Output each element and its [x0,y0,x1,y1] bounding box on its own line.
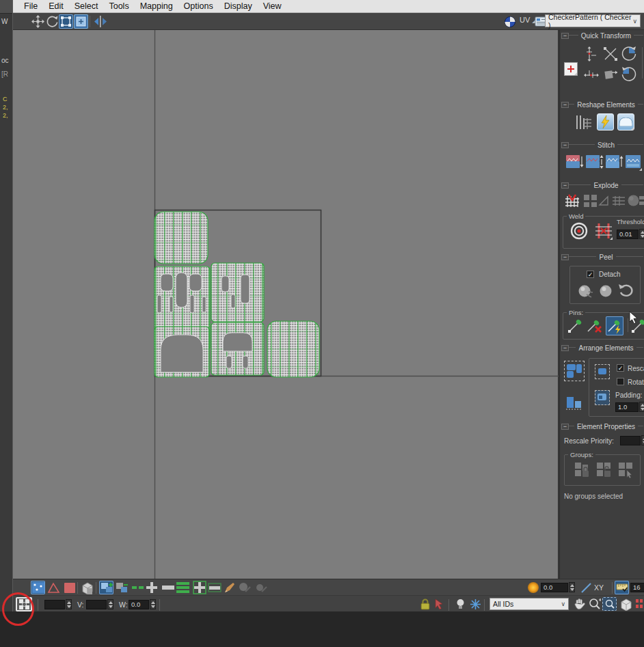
weld-threshold-field[interactable]: 0.01 [617,230,639,239]
group-select-icon[interactable] [618,462,634,478]
zoom-icon[interactable] [587,597,602,611]
explode-flyout-icon[interactable] [639,195,644,205]
snap-toggle-icon[interactable] [615,581,629,594]
select-edge-dashes-icon[interactable] [131,581,145,594]
target-weld-icon[interactable] [570,222,588,240]
lock-selection-icon[interactable] [418,597,432,611]
menu-select[interactable]: Select [69,1,104,11]
stitch-custom-icon[interactable] [625,154,642,171]
collapse-icon[interactable]: − [561,182,569,189]
align-to-edge-icon[interactable] [602,66,619,83]
texture-list-dropdown[interactable]: CheckerPattern ( Checker )∨ [545,14,641,27]
falloff-spinner[interactable] [569,582,575,592]
rollout-header[interactable]: − Arrange Elements [561,343,643,353]
explode-faces-icon[interactable] [583,193,598,208]
menu-options[interactable]: Options [178,1,219,11]
peel-mode-icon[interactable] [577,283,593,299]
break-icon[interactable] [564,193,580,208]
menu-tools[interactable]: Tools [103,1,134,11]
uv-island[interactable] [267,321,319,377]
paint-deselect-options-icon[interactable] [254,581,268,594]
rotate-ccw-icon[interactable] [620,65,638,83]
shrink-selection-icon[interactable] [114,581,129,594]
collapse-icon[interactable]: − [561,142,569,148]
highlight-bulb-icon[interactable] [453,597,468,611]
pan-hand-icon[interactable] [572,597,587,611]
rollout-header[interactable]: − Quick Transform [561,31,643,40]
align-horizontal-icon[interactable] [583,66,600,83]
pack-together-icon[interactable] [595,364,610,379]
group-ungroup-icon[interactable] [596,462,613,478]
zoom-region-icon[interactable] [602,597,617,611]
menu-display[interactable]: Display [219,1,258,11]
absolute-offset-toggle-icon[interactable] [16,597,32,611]
mirror-icon[interactable] [92,14,109,29]
collapse-icon[interactable]: − [561,345,569,351]
rotate-cw-icon[interactable] [620,44,638,62]
rollout-header[interactable]: − Stitch [561,140,643,150]
reset-peel-icon[interactable] [618,283,634,298]
distribute-elements-icon[interactable] [564,392,585,411]
padding-spinner[interactable] [639,402,644,412]
freeze-snowflake-icon[interactable] [468,597,483,611]
soft-selection-falloff-icon[interactable] [526,581,540,594]
quick-peel-icon[interactable] [598,283,614,299]
uv-island[interactable] [211,263,264,322]
vertex-mode-icon[interactable] [31,581,45,594]
collapse-icon[interactable]: − [561,102,569,108]
uv-island[interactable] [155,327,209,377]
uv-island[interactable] [211,322,264,375]
select-cursor-icon[interactable] [433,597,447,611]
stitch-target-icon[interactable] [605,154,623,171]
explode-grid-icon[interactable] [612,195,626,206]
weld-threshold-spinner[interactable] [639,229,644,239]
detach-checkbox[interactable]: ✓ [587,271,594,278]
group-create-icon[interactable] [574,462,591,478]
v-spinner[interactable] [107,599,113,609]
stitch-average-icon[interactable] [585,154,604,171]
rollout-header[interactable]: − Explode [561,180,643,190]
pack-normalize-icon[interactable] [564,361,585,381]
clear-pins-icon[interactable] [587,318,603,333]
menu-edit[interactable]: Edit [43,1,69,11]
pin-icon[interactable] [567,318,582,333]
u-coordinate-field[interactable] [44,600,65,609]
move-tool-icon[interactable] [31,14,45,29]
menu-view[interactable]: View [258,1,287,11]
menu-mapping[interactable]: Mapping [135,1,178,11]
grid-size-field[interactable]: 16 [630,583,644,592]
rollout-header[interactable]: − Element Properties [561,422,643,431]
zoom-extents-icon[interactable] [619,597,633,611]
show-map-icon[interactable] [502,14,517,29]
edge-loop-icon[interactable] [176,581,190,594]
w-coordinate-field[interactable]: 0.0 [129,600,149,609]
relax-until-flat-icon[interactable] [597,113,614,130]
rescale-priority-field[interactable] [620,436,641,445]
rotate-tool-icon[interactable] [45,14,59,29]
rollout-header[interactable]: − Peel [561,252,643,262]
align-vertical-icon[interactable] [583,46,600,62]
uv-island[interactable] [155,212,208,264]
falloff-space-dropdown[interactable]: XY [594,583,604,592]
polygon-mode-icon[interactable] [62,581,77,594]
explode-sphere-icon[interactable] [627,194,640,207]
collapse-icon[interactable]: − [561,424,569,430]
freeform-mode-button[interactable] [74,14,88,29]
u-spinner[interactable] [66,599,72,609]
explode-triangle-icon[interactable] [598,195,611,206]
pack-in-region-icon[interactable] [595,390,610,405]
w-spinner[interactable] [150,599,156,609]
update-map-icon[interactable] [635,597,644,611]
stitch-source-icon[interactable] [565,154,584,171]
edge-mode-icon[interactable] [46,581,61,594]
ring-shrink-icon[interactable] [207,581,222,594]
rescale-checkbox[interactable]: ✓ [617,364,624,372]
v-coordinate-field[interactable] [86,600,107,609]
uv-canvas[interactable] [13,30,559,579]
loop-grow-icon[interactable] [144,581,159,594]
element-mode-icon[interactable] [80,581,94,594]
weld-selected-icon[interactable] [595,222,613,240]
interactive-pin-icon[interactable] [606,316,623,335]
ring-grow-icon[interactable] [192,581,206,594]
paint-select-options-icon[interactable] [237,581,252,594]
